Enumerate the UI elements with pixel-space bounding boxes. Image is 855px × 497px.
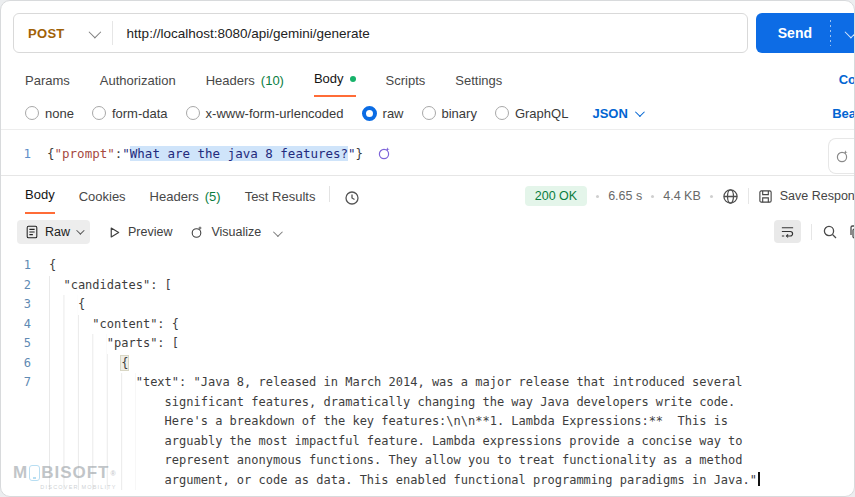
method-select[interactable]: POST	[14, 26, 112, 41]
radio-icon	[495, 106, 509, 120]
wrap-text-icon	[780, 224, 795, 239]
url-group: POST http://localhost:8080/api/gemini/ge…	[13, 13, 748, 53]
request-tabs: Params Authorization Headers (10) Body S…	[1, 63, 854, 97]
radio-icon	[92, 106, 106, 120]
visualize-sparkle-icon	[190, 225, 204, 239]
save-response-label: Save Response	[780, 189, 855, 203]
response-meta: 200 OK 6.65 s 4.4 KB Save Res	[525, 186, 855, 206]
code-line[interactable]: 2 "candidates": [	[1, 276, 854, 296]
code-line[interactable]: 4 "content": {	[1, 315, 854, 335]
play-icon	[108, 226, 121, 239]
line-number: 1	[1, 146, 47, 161]
save-response-button[interactable]: Save Response	[758, 189, 855, 204]
tab-params[interactable]: Params	[25, 73, 70, 97]
tab-body[interactable]: Body	[314, 71, 356, 97]
request-body-editor[interactable]: 1 {"prompt": "What are the java 8 featur…	[1, 129, 854, 176]
raw-view-select[interactable]: Raw	[17, 220, 90, 244]
chevron-down-icon	[88, 25, 101, 38]
chevron-down-icon	[845, 25, 855, 38]
radio-form-data[interactable]: form-data	[92, 106, 168, 121]
tab-settings[interactable]: Settings	[455, 73, 502, 97]
cookies-link-clipped[interactable]: Co	[839, 72, 855, 87]
request-code-line[interactable]: 1 {"prompt": "What are the java 8 featur…	[1, 142, 854, 164]
tab-headers[interactable]: Headers (10)	[206, 73, 284, 97]
wrap-text-toggle[interactable]	[774, 220, 801, 243]
preview-button[interactable]: Preview	[108, 225, 172, 239]
phone-icon	[29, 465, 40, 481]
code-line[interactable]: 7 "text": "Java 8, released in March 201…	[1, 373, 854, 490]
url-input[interactable]: http://localhost:8080/api/gemini/generat…	[113, 26, 370, 41]
tab-authorization[interactable]: Authorization	[100, 73, 176, 97]
divider	[748, 188, 749, 204]
body-modified-dot	[350, 76, 356, 82]
editor-edge-postbot-button[interactable]	[828, 138, 854, 174]
response-headers-count: (5)	[205, 189, 221, 204]
mobisoft-watermark: M BISOFT ® DISCOVER MOBILITY	[13, 463, 117, 490]
response-time: 6.65 s	[608, 189, 642, 203]
response-tabs: Body Cookies Headers (5) Test Results	[25, 187, 315, 214]
dot-separator	[710, 195, 713, 198]
tab-response-cookies[interactable]: Cookies	[79, 189, 126, 214]
postbot-sparkle-icon[interactable]	[373, 142, 395, 164]
code-line[interactable]: 6 {	[1, 354, 854, 374]
watermark-tagline: DISCOVER MOBILITY	[13, 484, 117, 490]
copy-icon[interactable]	[848, 224, 855, 240]
code-line[interactable]: 3 {	[1, 295, 854, 315]
json-key: "prompt"	[55, 146, 115, 161]
toolbar-right-icons	[774, 220, 855, 243]
method-label: POST	[28, 26, 65, 41]
response-size: 4.4 KB	[663, 189, 701, 203]
tab-response-body[interactable]: Body	[25, 187, 55, 214]
radio-icon	[186, 106, 200, 120]
visualize-button[interactable]: Visualize	[190, 225, 261, 239]
code-line[interactable]: 5 "parts": [	[1, 334, 854, 354]
send-button[interactable]: Send	[756, 13, 855, 53]
send-options-caret[interactable]	[831, 26, 855, 41]
dot-separator	[651, 195, 654, 198]
chevron-down-icon	[76, 226, 84, 234]
selected-text: What are the java 8 features?	[130, 146, 348, 161]
radio-urlencoded[interactable]: x-www-form-urlencoded	[186, 106, 344, 121]
response-history-icon[interactable]	[344, 190, 360, 206]
radio-graphql[interactable]: GraphQL	[495, 106, 568, 121]
headers-count: (10)	[261, 73, 284, 88]
radio-selected-icon	[362, 106, 377, 121]
visualize-label: Visualize	[211, 225, 261, 239]
language-select[interactable]: JSON	[592, 106, 641, 121]
preview-label: Preview	[128, 225, 172, 239]
divider	[811, 224, 812, 240]
radio-none[interactable]: none	[25, 106, 74, 121]
raw-view-label: Raw	[45, 225, 70, 239]
response-header: Body Cookies Headers (5) Test Results 20…	[1, 176, 854, 214]
registered-mark: ®	[111, 470, 117, 477]
save-icon	[758, 189, 773, 204]
text-cursor	[758, 472, 760, 486]
beautify-link-clipped[interactable]: Bea	[832, 106, 855, 121]
dot-separator	[596, 195, 599, 198]
watermark-suffix: BISOFT	[41, 463, 109, 483]
matched-bracket: {	[121, 356, 128, 370]
body-type-bar: none form-data x-www-form-urlencoded raw…	[1, 97, 854, 129]
tab-scripts[interactable]: Scripts	[386, 73, 426, 97]
radio-icon	[25, 106, 39, 120]
radio-icon	[422, 106, 436, 120]
radio-binary[interactable]: binary	[422, 106, 477, 121]
radio-raw[interactable]: raw	[362, 106, 404, 121]
document-icon	[25, 225, 39, 239]
status-badge: 200 OK	[525, 186, 587, 206]
tab-response-headers[interactable]: Headers (5)	[150, 189, 221, 214]
response-toolbar: Raw Preview Visualize	[1, 214, 854, 250]
code-line[interactable]: 1 {	[1, 256, 854, 276]
request-bar: POST http://localhost:8080/api/gemini/ge…	[1, 1, 854, 63]
chevron-down-icon	[635, 107, 645, 117]
send-button-label: Send	[756, 25, 830, 41]
app-window: POST http://localhost:8080/api/gemini/ge…	[0, 0, 855, 497]
chevron-down-icon	[273, 227, 283, 237]
response-code-viewer[interactable]: 1 { 2 "candidates": [ 3 { 4 "content": {…	[1, 250, 854, 490]
tab-test-results[interactable]: Test Results	[245, 189, 316, 214]
search-icon[interactable]	[822, 224, 838, 240]
divider	[329, 186, 330, 202]
watermark-prefix: M	[13, 463, 28, 483]
network-globe-icon[interactable]	[722, 188, 739, 205]
visualize-options-caret[interactable]	[273, 223, 280, 241]
